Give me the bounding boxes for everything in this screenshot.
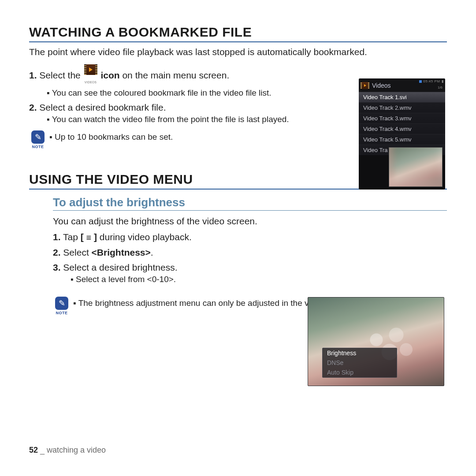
bluetooth-icon <box>419 80 422 83</box>
videos-icon-caption: VIDEOS <box>85 81 97 84</box>
step2-text: Select a desired bookmark file. <box>39 102 166 112</box>
stepb2-post: . <box>151 247 153 257</box>
step-b2: 2. Select <Brightness>. <box>53 247 447 258</box>
stepb1-pre: Tap <box>63 232 81 242</box>
videos-icon: VIDEOS <box>83 64 98 86</box>
video-thumbnail <box>389 147 443 187</box>
section1-rule <box>29 41 447 42</box>
list-item[interactable]: Video Track 4.wmv <box>359 123 445 134</box>
step1-icon-word: icon <box>100 70 119 80</box>
step1-pre: Select the <box>39 70 83 80</box>
device-videos-list: 05:45 PM ▮ 1/6 Videos Video Track 1.svi … <box>359 78 445 190</box>
device-time: 05:45 PM <box>423 79 440 83</box>
section2-subtitle: To adjust the brightness <box>53 196 447 209</box>
menu-icon: ≡ <box>86 233 92 243</box>
list-item[interactable]: Video Track 1.svi <box>359 92 445 102</box>
note1-text: Up to 10 bookmarks can be set. <box>55 132 173 141</box>
list-item[interactable]: Video Track 3.wmv <box>359 113 445 123</box>
device-count: 1/6 <box>438 86 443 89</box>
section2-intro: You can adjust the brightness of the vid… <box>53 216 447 227</box>
bracket-close: ] <box>91 232 97 242</box>
step-b1: 1. Tap [ ≡ ] during video playback. <box>53 232 447 243</box>
note-label: NOTE <box>30 145 46 149</box>
bullet-b3: Select a level from <0-10>. <box>71 275 447 284</box>
stepb2-pre: Select <box>63 247 91 257</box>
bracket-open: [ <box>81 232 86 242</box>
footer-chapter: watching a video <box>47 446 106 454</box>
stepb1-post: during video playback. <box>97 232 192 242</box>
page-footer: 52 _ watching a video <box>29 446 106 455</box>
menu-item-autoskip[interactable]: Auto Skip <box>323 368 397 377</box>
note-icon: ✎ <box>55 297 68 310</box>
menu-item-dnse[interactable]: DNSe <box>323 358 397 368</box>
device-status-bar: 05:45 PM ▮ <box>419 79 443 83</box>
note1-bullet: ▪ <box>49 132 55 141</box>
footer-sep: _ <box>38 446 47 454</box>
videos-icon-small <box>361 82 369 89</box>
list-item[interactable]: Video Track 5.wmv <box>359 134 445 145</box>
battery-icon: ▮ <box>442 79 444 83</box>
step-b3: 3. Select a desired brightness. <box>53 262 447 273</box>
page-number: 52 <box>29 446 38 454</box>
section1-intro: The point where video file playback was … <box>29 47 447 57</box>
menu-item-brightness[interactable]: Brightness <box>323 348 397 358</box>
list-item[interactable]: Video Track 2.wmv <box>359 102 445 113</box>
stepb3-text: Select a desired brightness. <box>63 262 177 272</box>
device-video-playback: Brightness DNSe Auto Skip <box>308 297 444 386</box>
stepb2-bold: <Brightness> <box>92 247 151 257</box>
note-label-2: NOTE <box>54 311 70 315</box>
note2-bullet: ▪ <box>73 298 78 308</box>
step1-post: on the main menu screen. <box>120 70 230 80</box>
section1-title: WATCHING A BOOKMARKED FILE <box>29 25 447 40</box>
note-icon: ✎ <box>31 130 45 144</box>
section2-subrule <box>53 210 447 211</box>
video-context-menu: Brightness DNSe Auto Skip <box>322 348 397 378</box>
